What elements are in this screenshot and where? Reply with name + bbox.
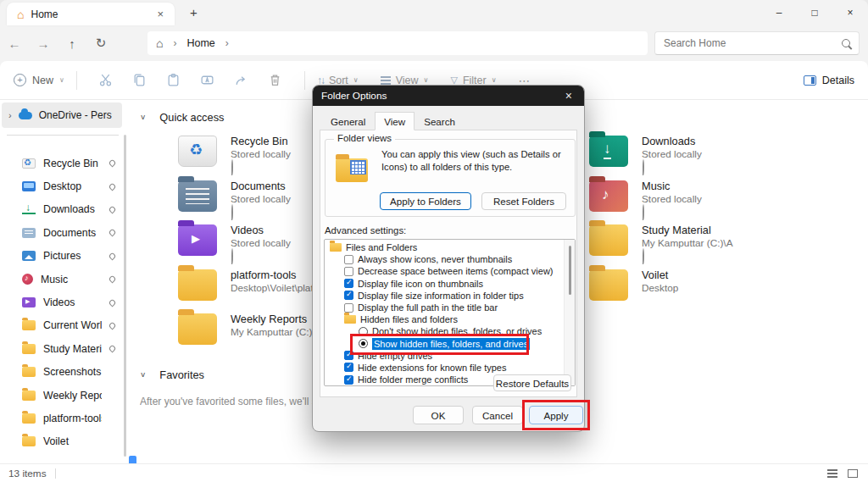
sidebar-item[interactable]: Videos [0, 291, 124, 313]
pin-icon [231, 159, 233, 175]
sidebar-item[interactable]: Documents [0, 221, 124, 244]
share-icon[interactable] [225, 73, 259, 87]
file-tile[interactable]: Downloads Stored locally [589, 135, 852, 180]
file-tile-icon [178, 269, 217, 301]
file-tile[interactable]: Music Stored locally [589, 180, 852, 224]
details-view-icon[interactable] [827, 469, 837, 478]
setting-state-icon[interactable] [344, 351, 353, 360]
new-button[interactable]: + New ∨ [14, 74, 64, 86]
advanced-setting-row[interactable]: Show hidden files, folders, and drives [326, 338, 563, 350]
maximize-button[interactable]: □ [797, 0, 832, 25]
advanced-setting-row[interactable]: Hide extensions for known file types [326, 362, 563, 374]
sidebar-item[interactable]: Pictures [0, 245, 124, 268]
search-input[interactable] [664, 37, 842, 49]
setting-state-icon[interactable] [359, 339, 368, 348]
sidebar-item[interactable]: Recycle Bin [0, 152, 124, 175]
reset-folders-button[interactable]: Reset Folders [481, 192, 566, 210]
advanced-settings-label: Advanced settings: [325, 225, 406, 235]
up-button[interactable]: ↑ [58, 36, 86, 51]
chevron-down-icon[interactable]: ∨ [140, 114, 146, 121]
dialog-close-icon[interactable]: × [562, 89, 576, 102]
advanced-setting-row[interactable]: Files and Folders [326, 241, 563, 253]
advanced-setting-row[interactable]: Always show icons, never thumbnails [326, 253, 563, 265]
breadcrumb[interactable]: ⌂ › Home › [147, 31, 648, 55]
details-pane-button[interactable]: Details [804, 75, 854, 86]
setting-state-icon[interactable] [344, 315, 356, 324]
close-button[interactable]: × [832, 0, 868, 25]
file-tile[interactable]: Study Material My Kamputtar (C:)\A [589, 224, 852, 269]
copy-icon[interactable] [123, 73, 157, 87]
setting-state-icon[interactable] [359, 327, 368, 336]
cut-icon[interactable] [89, 73, 123, 87]
chevron-down-icon[interactable]: ∨ [140, 371, 146, 379]
icons-view-icon[interactable] [848, 469, 858, 478]
search-icon[interactable] [842, 39, 850, 47]
advanced-setting-row[interactable]: Hide empty drives [326, 350, 563, 362]
sidebar-scrollbar[interactable] [124, 135, 126, 457]
setting-state-icon[interactable] [344, 267, 353, 276]
setting-state-icon[interactable] [330, 243, 342, 252]
sidebar-item-label: Study Materi [43, 343, 102, 355]
sidebar-item-onedrive[interactable]: › OneDrive - Pers [2, 102, 122, 128]
file-tile[interactable]: Voilet Desktop [589, 269, 852, 313]
setting-state-icon[interactable] [344, 255, 353, 264]
sidebar-item[interactable]: Current Worl [0, 314, 124, 337]
tab-general[interactable]: General [321, 114, 375, 130]
favorites-header[interactable]: ∨ Favorites [140, 368, 204, 381]
delete-icon[interactable] [259, 73, 292, 87]
apply-to-folders-button[interactable]: Apply to Folders [380, 192, 471, 210]
new-tab-button[interactable]: + [190, 5, 198, 19]
restore-defaults-button[interactable]: Restore Defaults [493, 374, 571, 391]
advanced-setting-row[interactable]: Display file size information in folder … [326, 290, 563, 302]
sidebar-item[interactable]: Music [0, 268, 124, 291]
pin-icon [108, 321, 117, 330]
minimize-button[interactable]: – [761, 0, 797, 25]
rename-icon[interactable] [191, 73, 225, 87]
refresh-button[interactable]: ↻ [86, 36, 115, 51]
tab-view[interactable]: View [375, 112, 415, 130]
list-scrollbar-thumb[interactable] [569, 246, 571, 295]
breadcrumb-item-home[interactable]: Home [186, 37, 214, 49]
title-bar[interactable]: ⌂ Home × + – □ × [0, 0, 868, 25]
setting-state-icon[interactable] [344, 375, 353, 385]
ok-button[interactable]: OK [413, 406, 464, 424]
pin-icon [643, 248, 644, 264]
sidebar-item[interactable]: Desktop [0, 175, 124, 197]
search-box[interactable] [654, 31, 860, 55]
setting-state-icon[interactable] [344, 303, 353, 313]
paste-icon[interactable] [157, 73, 191, 87]
advanced-setting-row[interactable]: Display file icon on thumbnails [326, 278, 563, 290]
sidebar-item[interactable]: Study Materi [0, 337, 124, 360]
sidebar-item[interactable]: Voilet [0, 430, 124, 453]
sidebar-item[interactable]: platform-tools [0, 407, 124, 429]
list-scrollbar[interactable] [564, 240, 575, 385]
chevron-down-icon: ∨ [59, 76, 64, 84]
apply-button[interactable]: Apply [529, 406, 583, 424]
tab-search[interactable]: Search [415, 114, 465, 130]
file-tile-name: Voilet [642, 269, 678, 281]
setting-state-icon[interactable] [344, 291, 353, 300]
cancel-button[interactable]: Cancel [472, 406, 523, 424]
dialog-title-bar[interactable]: Folder Options × [313, 86, 584, 106]
sidebar-item[interactable]: Downloads [0, 198, 124, 221]
sidebar-item-label: Downloads [43, 203, 102, 215]
pin-icon [643, 159, 644, 175]
sidebar-item[interactable]: Weekly Reports [0, 384, 124, 407]
sidebar-item[interactable]: Screenshots [0, 361, 124, 384]
chevron-right-icon[interactable]: › [8, 110, 12, 120]
advanced-setting-row[interactable]: Decrease space between items (compact vi… [326, 265, 563, 277]
details-label: Details [822, 75, 854, 86]
tab-home[interactable]: ⌂ Home × [7, 3, 175, 25]
breadcrumb-home-icon[interactable]: ⌂ [156, 36, 163, 50]
advanced-setting-row[interactable]: Hidden files and folders [326, 313, 563, 325]
file-tile-icon [178, 180, 217, 212]
sidebar-item-icon [22, 344, 36, 354]
forward-button[interactable]: → [29, 36, 58, 51]
advanced-setting-row[interactable]: Display the full path in the title bar [326, 302, 563, 313]
tab-close-icon[interactable]: × [153, 8, 168, 20]
advanced-setting-row[interactable]: Don't show hidden files, folders, or dri… [326, 325, 563, 337]
quick-access-header[interactable]: ∨ Quick access [140, 111, 224, 124]
setting-state-icon[interactable] [344, 363, 353, 372]
setting-state-icon[interactable] [344, 279, 353, 288]
back-button[interactable]: ← [0, 36, 29, 51]
